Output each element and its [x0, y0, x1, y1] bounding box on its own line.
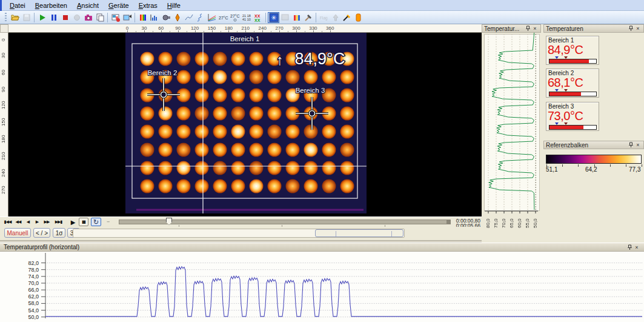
ruler-minor-tick — [187, 31, 187, 32]
menu-item-extras[interactable]: Extras — [134, 1, 162, 10]
toolbar-separator — [107, 13, 108, 22]
menu-bar: DateiBearbeitenAnsichtGeräteExtrasHilfe — [0, 0, 644, 11]
temp-point-icon[interactable]: 27°C — [229, 12, 241, 23]
vertical-axis-label: 60,0 — [517, 213, 523, 228]
freeze-icon[interactable]: ✳ — [268, 12, 279, 23]
color-columns-icon[interactable] — [291, 12, 302, 23]
toolbar: 27°C27°C21 1841 10XXXX✳Flag — [0, 11, 644, 24]
menu-item-ansicht[interactable]: Ansicht — [72, 1, 104, 10]
vertical-axis-label: 80,0 — [485, 213, 491, 228]
thermal-canvas[interactable]: Bereich 1Bereich 2Bereich 3↑84,9°C — [8, 33, 482, 216]
stop-icon[interactable] — [59, 12, 71, 23]
record-icon — [71, 12, 82, 23]
svg-text:41 10: 41 10 — [242, 18, 251, 21]
ruler-tick: 210 — [1, 149, 7, 160]
pin-icon[interactable] — [524, 25, 531, 32]
temperature-box-2: Bereich 268,1°C — [546, 69, 599, 98]
temperature-value: 84,9°C — [548, 43, 583, 57]
zoom-scrollbar-track[interactable] — [73, 229, 405, 238]
horizontal-axis-label: 58,0 — [15, 300, 39, 306]
pin-icon[interactable] — [627, 25, 634, 32]
ruler-minor-tick — [237, 31, 237, 32]
flag-icon: Flag — [318, 12, 330, 23]
max-marker-icon — [564, 122, 568, 125]
ruler-tick: 90 — [1, 81, 7, 92]
menu-item-hilfe[interactable]: Hilfe — [162, 1, 185, 10]
horizontal-profile-title: Temperaturprofil (horizontal) — [4, 244, 626, 250]
menu-item-geraete[interactable]: Geräte — [104, 1, 134, 10]
line-chart-icon[interactable] — [183, 12, 194, 23]
spot-arrow-icon: ↑ — [276, 52, 284, 68]
close-icon[interactable]: × — [531, 25, 539, 32]
skip-start-button[interactable]: ▮◀◀ — [2, 218, 13, 226]
pin-icon[interactable] — [626, 244, 633, 250]
temp-display-icon[interactable]: 27°C — [217, 12, 229, 23]
video-camera-icon[interactable] — [160, 12, 171, 23]
image-gray-icon — [279, 12, 291, 23]
image-palette-icon[interactable] — [110, 12, 121, 23]
temperature-box-1: Bereich 184,9°C — [546, 36, 599, 65]
temperatures-header: Temperaturen × — [543, 24, 644, 33]
pause-icon[interactable] — [48, 12, 59, 23]
temperature-box-3: Bereich 373,0°C — [546, 102, 599, 131]
ruler-tick: 0 — [1, 30, 7, 41]
horizontal-axis-label: 66,0 — [15, 287, 39, 293]
rewind-button[interactable]: ◀◀ — [14, 218, 22, 226]
pin-icon[interactable] — [627, 142, 634, 149]
play-icon[interactable] — [36, 12, 48, 23]
step-back-button[interactable]: ◀ — [25, 218, 31, 226]
loop-button[interactable]: ↻ — [91, 218, 101, 226]
close-icon[interactable]: × — [634, 142, 642, 149]
temperatures-title: Temperaturen — [546, 25, 627, 32]
temp-table-icon[interactable]: 21 1841 10 — [241, 12, 252, 23]
max-marker-icon — [564, 56, 568, 59]
multi-chart-icon[interactable] — [206, 12, 217, 23]
min-marker-icon — [555, 56, 559, 59]
copy-icon[interactable] — [94, 12, 105, 23]
manual-mode-button[interactable]: Manuell — [4, 228, 31, 238]
hammer-icon[interactable] — [302, 12, 314, 23]
reference-tick — [578, 164, 579, 167]
histogram-icon[interactable] — [148, 12, 160, 23]
ruler-tick: 240 — [1, 166, 7, 177]
play-button[interactable]: ▶ — [69, 218, 76, 226]
max-marker-icon — [564, 89, 568, 92]
horizontal-axis-label: 82,0 — [15, 260, 39, 266]
palette-icon[interactable] — [137, 12, 148, 23]
wrench-icon[interactable] — [341, 12, 353, 23]
svg-text:XX: XX — [254, 18, 261, 22]
skip-end-button[interactable]: ▶▶▮ — [53, 218, 64, 226]
ruler-minor-tick — [136, 31, 136, 32]
menu-item-datei[interactable]: Datei — [5, 1, 30, 10]
fast-forward-button[interactable]: ▶▶ — [42, 218, 51, 226]
reference-header: Referenzbalken × — [543, 141, 644, 149]
thermal-imaging-app: DateiBearbeitenAnsichtGeräteExtrasHilfe … — [0, 0, 644, 322]
step-forward-button[interactable]: ▶ — [34, 218, 40, 226]
horizontal-profile-header: Temperaturprofil (horizontal) × — [0, 243, 644, 252]
marker-icon[interactable] — [171, 12, 183, 23]
sigma1-button[interactable]: 1σ — [53, 228, 65, 238]
camera-icon[interactable] — [82, 12, 94, 23]
profile-curve-icon[interactable] — [194, 12, 206, 23]
orange-bar-icon[interactable] — [353, 12, 364, 23]
vertical-profile-chart — [482, 33, 541, 215]
window-edge — [0, 0, 2, 11]
ruler-minor-tick — [288, 31, 288, 32]
vertical-axis-label: 70,0 — [501, 213, 507, 228]
reference-min: 51,1 — [546, 166, 557, 173]
delete-measure-icon[interactable]: XXXX — [252, 12, 264, 23]
image-export-icon[interactable] — [121, 12, 133, 23]
save-icon — [21, 12, 32, 23]
ruler-tick: 180 — [1, 132, 7, 143]
temperature-bar-fill — [549, 126, 583, 129]
min-marker-icon — [555, 89, 559, 92]
open-folder-icon[interactable] — [9, 12, 21, 23]
svg-text:Flag: Flag — [320, 16, 328, 21]
pause-button[interactable]: ▮▮ — [79, 218, 88, 226]
zoom-scrollbar-thumb[interactable] — [315, 229, 403, 237]
close-icon[interactable]: × — [633, 244, 640, 250]
menu-item-bearbeiten[interactable]: Bearbeiten — [30, 1, 72, 10]
step-mode-button[interactable]: < / > — [33, 228, 50, 238]
toolbar-separator — [34, 13, 35, 22]
close-icon[interactable]: × — [634, 25, 642, 32]
